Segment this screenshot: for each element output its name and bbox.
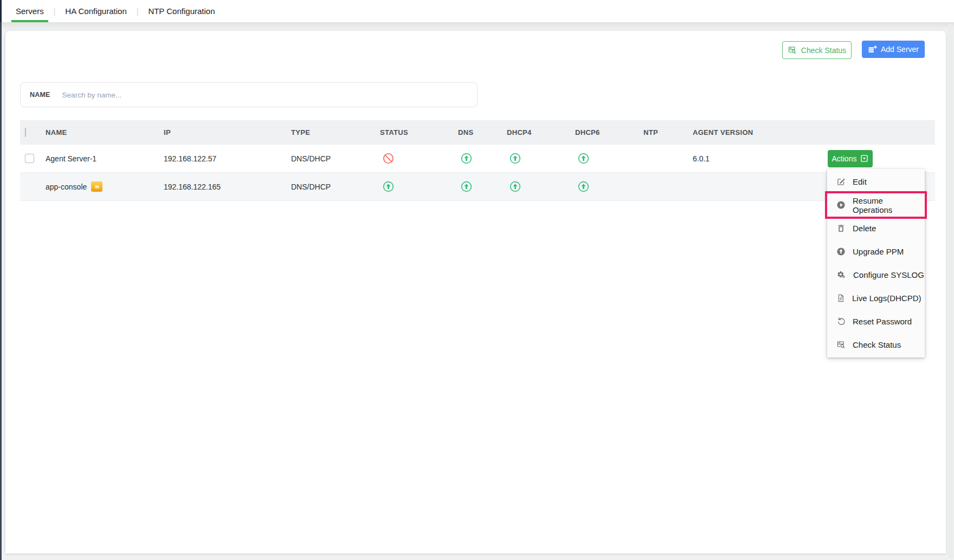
menu-item-label: Delete	[853, 224, 876, 233]
up-icon	[460, 180, 473, 193]
dhcp6-cell	[575, 180, 643, 193]
search-input[interactable]	[62, 91, 470, 99]
column-header-status: STATUS	[380, 128, 458, 136]
up-icon	[577, 152, 590, 165]
column-header-agent-version: AGENT VERSION	[693, 128, 828, 136]
server-type: DNS/DHCP	[291, 154, 380, 163]
tab-separator: |	[127, 7, 149, 16]
up-icon	[382, 180, 395, 193]
server-search-icon	[788, 45, 797, 55]
tab-separator: |	[44, 7, 66, 16]
reset-icon	[836, 317, 846, 326]
search-field-label: NAME	[30, 91, 50, 99]
server-ip: 192.168.122.165	[164, 183, 291, 191]
column-header-ip: IP	[164, 128, 291, 136]
server-name: Agent Server-1	[46, 154, 164, 163]
blocked-icon	[382, 152, 395, 165]
servers-table: NAME IP TYPE STATUS DNS DHCP4 DHCP6 NTP …	[20, 120, 935, 201]
menu-item-label: Edit	[853, 177, 867, 186]
status-cell	[380, 152, 458, 165]
search-bar: NAME	[20, 82, 478, 107]
menu-item-upgrade-ppm[interactable]: Upgrade PPM	[827, 240, 925, 263]
up-icon	[509, 180, 521, 193]
dhcp6-cell	[575, 152, 643, 165]
up-icon	[509, 152, 521, 165]
menu-item-delete[interactable]: Delete	[827, 217, 925, 240]
document-icon	[836, 294, 845, 303]
server-ip: 192.168.122.57	[164, 154, 291, 163]
tab-servers[interactable]: Servers	[16, 0, 44, 22]
server-name-cell: app-console	[46, 181, 164, 192]
scrollbar[interactable]	[948, 24, 953, 559]
check-status-label: Check Status	[801, 46, 846, 55]
dns-cell	[458, 152, 507, 165]
column-header-name: NAME	[46, 128, 164, 136]
edit-icon	[836, 177, 846, 186]
top-tab-bar: Servers | HA Configuration | NTP Configu…	[2, 0, 954, 22]
add-server-button[interactable]: Add Server	[862, 41, 925, 58]
menu-item-reset-password[interactable]: Reset Password	[827, 310, 925, 333]
menu-item-label: Upgrade PPM	[853, 247, 904, 256]
actions-cell: Actions	[828, 150, 935, 167]
menu-item-label: Live Logs(DHCPD)	[852, 294, 921, 303]
actions-dropdown-menu: Edit Resume Operations Delete	[827, 169, 925, 357]
menu-item-configure-syslog[interactable]: Configure SYSLOG	[827, 263, 925, 286]
dns-cell	[458, 180, 507, 193]
dhcp4-cell	[507, 152, 575, 165]
table-row: app-console 192.168.122.165 DNS/DHCP	[20, 173, 935, 201]
upload-circle-icon	[836, 247, 846, 256]
caret-down-square-icon	[860, 154, 868, 162]
up-icon	[577, 180, 590, 193]
column-header-dhcp4: DHCP4	[507, 128, 575, 136]
table-row: Agent Server-1 192.168.122.57 DNS/DHCP	[20, 145, 935, 173]
select-all-cell	[20, 128, 46, 136]
menu-item-live-logs[interactable]: Live Logs(DHCPD)	[827, 286, 925, 310]
tab-ntp-configuration[interactable]: NTP Configuration	[148, 0, 215, 22]
add-server-label: Add Server	[881, 45, 919, 54]
actions-button[interactable]: Actions	[828, 150, 873, 167]
tab-ha-configuration[interactable]: HA Configuration	[65, 0, 126, 22]
server-plus-icon	[868, 45, 877, 54]
dhcp4-cell	[507, 180, 575, 193]
agent-version: 6.0.1	[693, 154, 828, 163]
status-cell	[380, 180, 458, 193]
servers-page: Servers | HA Configuration | NTP Configu…	[0, 0, 954, 560]
menu-item-edit[interactable]: Edit	[827, 170, 925, 193]
menu-item-label: Reset Password	[853, 317, 912, 326]
menu-item-check-status[interactable]: Check Status	[827, 333, 925, 356]
tabs: Servers | HA Configuration | NTP Configu…	[2, 0, 954, 22]
row-checkbox[interactable]	[25, 154, 34, 163]
menu-item-label: Resume Operations	[853, 196, 925, 214]
actions-button-label: Actions	[832, 154, 857, 163]
play-circle-icon	[836, 200, 846, 210]
table-header-row: NAME IP TYPE STATUS DNS DHCP4 DHCP6 NTP …	[20, 120, 935, 145]
column-header-ntp: NTP	[643, 128, 693, 136]
server-search-icon	[836, 340, 846, 349]
select-all-checkbox[interactable]	[25, 128, 26, 137]
server-type: DNS/DHCP	[291, 183, 380, 191]
column-header-dns: DNS	[458, 128, 507, 136]
menu-item-label: Configure SYSLOG	[853, 270, 924, 279]
gears-icon	[836, 270, 846, 279]
trash-icon	[836, 224, 846, 233]
column-header-dhcp6: DHCP6	[575, 128, 643, 136]
menu-item-resume-operations[interactable]: Resume Operations	[827, 193, 925, 217]
menu-item-label: Check Status	[853, 340, 901, 349]
row-select-cell	[20, 154, 46, 163]
master-crown-icon	[91, 181, 102, 192]
column-header-type: TYPE	[291, 128, 380, 136]
up-icon	[460, 152, 473, 165]
check-status-button[interactable]: Check Status	[782, 41, 852, 59]
servers-card: Check Status Add Server NAME	[5, 31, 946, 554]
server-name: app-console	[46, 183, 87, 191]
